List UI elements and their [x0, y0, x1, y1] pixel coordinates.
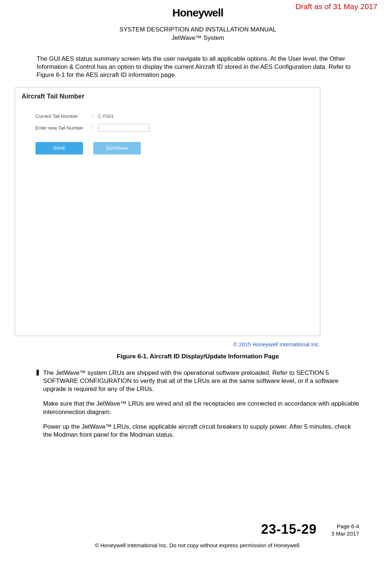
dont-save-button[interactable]: Don'tSave: [93, 142, 141, 154]
current-tail-label: Current Tail Number: [35, 113, 88, 119]
page-footer: 23-15-29 Page 6-4 3 Mar 2017 © Honeywell…: [37, 522, 359, 548]
revision-bar: [37, 370, 39, 376]
document-title: SYSTEM DESCRIPTION AND INSTALLATION MANU…: [37, 26, 359, 42]
enter-tail-row: Enter new Tail Number :: [35, 123, 313, 133]
paragraph-lru-shipped: The JetWave™ system LRUs are shipped wit…: [37, 369, 359, 393]
page-number: Page 6-4: [331, 523, 359, 530]
current-tail-value: C-F001: [98, 113, 114, 119]
paragraph-powerup: Power up the JetWave™ LRUs, close applic…: [37, 423, 359, 439]
page-date: 3 Mar 2017: [331, 530, 359, 537]
doc-title-line1: SYSTEM DESCRIPTION AND INSTALLATION MANU…: [37, 26, 359, 34]
footer-copyright: © Honeywell International Inc. Do not co…: [37, 542, 359, 548]
document-number: 23-15-29: [261, 522, 317, 537]
panel-title: Aircraft Tail Number: [22, 93, 313, 100]
figure-caption: Figure 6-1. Aircraft ID Display/Update I…: [37, 353, 359, 360]
draft-notice: Draft as of 31 May 2017: [295, 2, 377, 11]
current-tail-row: Current Tail Number : C-F001: [35, 111, 313, 121]
paragraph-wiring: Make sure that the JetWave™ LRUs are wir…: [37, 400, 359, 416]
enter-tail-label: Enter new Tail Number: [35, 125, 88, 131]
save-button[interactable]: SAVE: [35, 142, 83, 154]
tail-number-input[interactable]: [98, 124, 149, 132]
doc-title-line2: JetWave™ System: [37, 34, 359, 42]
intro-paragraph: The GUI AES status summary screen lets t…: [37, 55, 359, 79]
aircraft-id-screenshot: Aircraft Tail Number Current Tail Number…: [15, 87, 320, 336]
colon: :: [92, 113, 94, 119]
screenshot-copyright: © 2015 Honeywell International Inc.: [233, 341, 320, 347]
colon: :: [92, 125, 94, 131]
